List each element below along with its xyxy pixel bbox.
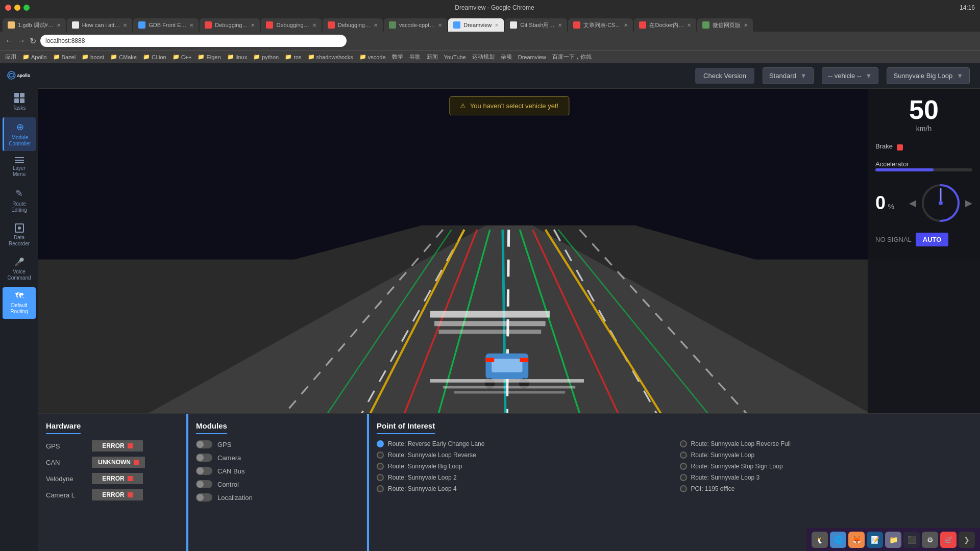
sidebar-item-route-editing[interactable]: ✎ RouteEditing: [3, 184, 36, 217]
bookmark-shadow[interactable]: 📁shadowshocks: [308, 54, 353, 60]
poi-radio-r3[interactable]: [680, 474, 687, 481]
poi-radio-1[interactable]: [377, 452, 384, 459]
check-version-button[interactable]: Check Version: [695, 68, 754, 84]
poi-radio-r1[interactable]: [680, 452, 687, 459]
svg-rect-32: [430, 379, 584, 383]
browser-tab-tab6[interactable]: Debugging…✕: [323, 18, 383, 32]
back-button[interactable]: ←: [5, 36, 13, 45]
taskbar-app-settings[interactable]: ⚙: [922, 532, 938, 548]
auto-button[interactable]: AUTO: [916, 233, 949, 246]
bookmark-cmake[interactable]: 📁CMake: [110, 54, 137, 60]
taskbar-app-store[interactable]: 🛒: [940, 532, 957, 548]
poi-radio-r0[interactable]: [680, 440, 687, 447]
bookmark-python[interactable]: 📁python: [253, 54, 279, 60]
bookmark-eigen[interactable]: 📁Eigen: [198, 54, 220, 60]
bookmark-motion[interactable]: 运动规划: [472, 53, 495, 61]
poi-row-2[interactable]: Route: Sunnyvale Big Loop: [377, 463, 670, 470]
module-toggle-camera[interactable]: [196, 454, 212, 462]
mode-select[interactable]: Standard ▼: [763, 67, 814, 84]
close-window-btn[interactable]: [5, 5, 11, 11]
sidebar-item-default-routing[interactable]: 🗺 DefaultRouting: [3, 287, 36, 319]
bookmark-linux[interactable]: 📁linux: [227, 54, 248, 60]
bookmark-yingyong[interactable]: 应用: [5, 53, 16, 61]
gauge-left-arrow[interactable]: ◀: [909, 197, 916, 209]
module-toggle-can-bus[interactable]: [196, 467, 212, 475]
bookmark-math[interactable]: 数学: [392, 53, 403, 61]
maximize-window-btn[interactable]: [23, 5, 30, 11]
vehicle-select[interactable]: -- vehicle -- ▼: [822, 67, 879, 84]
reload-button[interactable]: ↻: [30, 36, 36, 46]
sidebar-module-label: ModuleController: [9, 135, 31, 147]
browser-tab-tab12[interactable]: 微信网页版✕: [697, 18, 753, 32]
bookmark-news[interactable]: 新闻: [427, 53, 438, 61]
hw-row-velodyne: Velodyne ERROR: [46, 473, 178, 484]
bookmark-youtube[interactable]: YouTube: [444, 54, 466, 60]
poi-row-3[interactable]: Route: Sunnyvale Loop 2: [377, 474, 670, 481]
hud-warning: ⚠ You haven't select vehicle yet!: [449, 96, 569, 115]
taskbar-app-linux[interactable]: 🐧: [812, 532, 828, 548]
module-toggle-localization[interactable]: [196, 493, 212, 502]
warning-text: You haven't select vehicle yet!: [470, 102, 558, 110]
browser-tab-tab10[interactable]: 文章列表-CS…✕: [568, 18, 633, 32]
bookmark-misc[interactable]: 杂项: [501, 53, 512, 61]
poi-radio-3[interactable]: [377, 474, 384, 481]
bookmark-vscode[interactable]: 📁vscode: [359, 54, 386, 60]
bookmark-cpp[interactable]: 📁C++: [173, 54, 192, 60]
speed-unit: km/h: [916, 124, 932, 133]
sidebar-item-layer-menu[interactable]: LayerMenu: [3, 153, 36, 182]
browser-tab-tab1[interactable]: 1.gdb 调试#…✕: [3, 18, 66, 32]
sidebar-item-data-recorder[interactable]: DataRecorder: [3, 219, 36, 251]
bookmark-google[interactable]: 谷歌: [409, 53, 421, 61]
bookmark-boost[interactable]: 📁boost: [82, 54, 104, 60]
taskbar-app-expand[interactable]: ❯: [959, 532, 975, 548]
address-bar[interactable]: localhost:8888: [40, 35, 347, 47]
poi-row-0[interactable]: Route: Reverse Early Change Lane: [377, 440, 670, 447]
bookmark-dreamview[interactable]: Dreamview: [518, 54, 546, 60]
bookmark-apollo[interactable]: 📁Apollo: [22, 54, 47, 60]
poi-radio-r4[interactable]: [680, 485, 687, 492]
browser-tab-tab9[interactable]: Git Stash用…✕: [505, 18, 567, 32]
browser-tab-tab2[interactable]: How can i att…✕: [67, 18, 133, 32]
browser-tab-tab7[interactable]: vscode-cppt…✕: [384, 18, 447, 32]
module-toggle-control[interactable]: [196, 480, 212, 488]
bookmark-clion[interactable]: 📁CLion: [143, 54, 166, 60]
hw-label-gps: GPS: [46, 442, 92, 450]
browser-tab-tab3[interactable]: GDB Front E…✕: [133, 18, 199, 32]
poi-row-r2[interactable]: Route: Sunnyvale Stop Sign Loop: [680, 463, 973, 470]
poi-row-r1[interactable]: Route: Sunnyvale Loop: [680, 452, 973, 459]
poi-row-r3[interactable]: Route: Sunnyvale Loop 3: [680, 474, 973, 481]
taskbar-app-firefox[interactable]: 🦊: [848, 532, 865, 548]
browser-tab-tab8[interactable]: Dreamview✕: [448, 18, 504, 32]
sidebar-item-tasks[interactable]: Tasks: [3, 89, 36, 115]
poi-row-r4[interactable]: POI: 1195 office: [680, 485, 973, 492]
minimize-window-btn[interactable]: [14, 5, 20, 11]
bookmark-bazel[interactable]: 📁Bazel: [53, 54, 76, 60]
svg-rect-31: [520, 358, 528, 362]
sidebar-item-voice-command[interactable]: 🎤 VoiceCommand: [3, 253, 36, 285]
forward-button[interactable]: →: [17, 36, 26, 45]
taskbar-app-terminal[interactable]: ⬛: [903, 532, 920, 548]
poi-radio-r2[interactable]: [680, 463, 687, 470]
module-toggle-gps[interactable]: [196, 440, 212, 448]
poi-radio-2[interactable]: [377, 463, 384, 470]
gauge-right-arrow[interactable]: ▶: [965, 197, 972, 209]
taskbar-apps: 🐧 🌐 🦊 📝 📁 ⬛ ⚙ 🛒 ❯: [806, 528, 980, 551]
hw-camera-l-dot: [128, 492, 133, 497]
browser-tab-tab4[interactable]: Debugging…✕: [200, 18, 260, 32]
taskbar-app-files[interactable]: 📁: [885, 532, 901, 548]
taskbar-app-vscode[interactable]: 📝: [867, 532, 883, 548]
svg-text:apollo: apollo: [17, 72, 30, 78]
taskbar-app-chrome[interactable]: 🌐: [830, 532, 846, 548]
sidebar-item-module-controller[interactable]: ⊕ ModuleController: [3, 117, 36, 151]
browser-tab-tab5[interactable]: Debugging…✕: [261, 18, 321, 32]
poi-row-r0[interactable]: Route: Sunnyvale Loop Reverse Full: [680, 440, 973, 447]
browser-tab-tab11[interactable]: 在Docker内…✕: [634, 18, 696, 32]
poi-radio-4[interactable]: [377, 485, 384, 492]
bookmark-baidu[interactable]: 百度一下，你就: [552, 53, 592, 61]
poi-row-1[interactable]: Route: Sunnyvale Loop Reverse: [377, 452, 670, 459]
poi-radio-0[interactable]: [377, 440, 384, 447]
poi-row-4[interactable]: Route: Sunnyvale Loop 4: [377, 485, 670, 492]
svg-point-38: [939, 201, 943, 205]
bookmark-ros[interactable]: 📁ros: [285, 54, 301, 60]
map-select[interactable]: Sunnyvale Big Loop ▼: [887, 67, 970, 84]
